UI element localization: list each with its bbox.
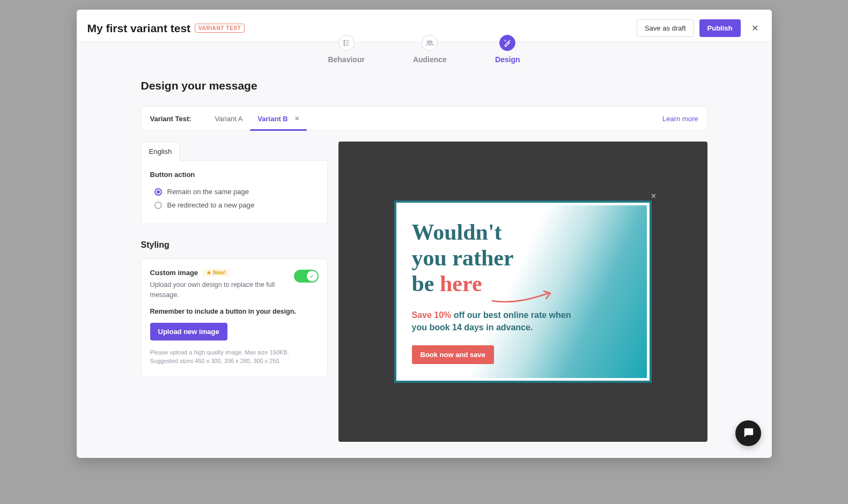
step-label: Audience (413, 55, 447, 64)
tab-variant-a[interactable]: Variant A (208, 107, 250, 130)
radio-remain-same-page[interactable]: Remain on the same page (150, 185, 319, 198)
headline-line: Wouldn't (412, 219, 562, 245)
close-icon: ✕ (751, 23, 758, 33)
remember-note: Remember to include a button in your des… (150, 308, 319, 315)
svg-point-0 (344, 40, 345, 41)
headline-text: be (412, 271, 440, 296)
help-line-2: Suggested sizes 450 x 300, 336 x 280, 30… (150, 357, 319, 366)
section-heading: Design your message (141, 79, 707, 92)
close-button[interactable]: ✕ (749, 23, 761, 34)
custom-image-panel: Custom image ★ New! Upload your own desi… (141, 258, 328, 377)
new-badge-text: New! (213, 270, 226, 276)
list-icon (338, 35, 355, 51)
panel-heading: Button action (150, 171, 319, 179)
preview-headline: Wouldn't you rather be here (412, 219, 562, 297)
save-as-draft-button[interactable]: Save as draft (637, 19, 694, 37)
preview-content: Wouldn't you rather be here (399, 205, 647, 378)
star-icon: ★ (207, 270, 211, 276)
toggle-knob: ✓ (307, 271, 318, 281)
svg-point-6 (427, 41, 430, 43)
title-area: My first variant test VARIANT TEST (87, 22, 245, 35)
custom-image-toggle[interactable]: ✓ (294, 270, 319, 283)
stepper: Behaviour Audience Design (328, 35, 520, 64)
topbar-actions: Save as draft Publish ✕ (637, 19, 761, 37)
radio-label: Remain on the same page (167, 188, 249, 196)
svg-point-7 (430, 41, 432, 43)
svg-point-4 (344, 45, 345, 46)
preview-cta-button[interactable]: Book now and save (412, 345, 494, 364)
button-action-panel: Button action Remain on the same page Be… (141, 160, 328, 224)
preview-close-button[interactable]: ✕ (650, 192, 658, 201)
step-label: Behaviour (328, 55, 364, 64)
headline-line: you rather (412, 245, 562, 271)
tab-variant-b[interactable]: Variant B ✕ (250, 107, 306, 130)
people-icon (422, 35, 438, 51)
tab-label: Variant A (215, 115, 243, 123)
chat-widget-button[interactable] (735, 420, 761, 446)
radio-icon (154, 202, 162, 209)
publish-button[interactable]: Publish (699, 19, 741, 37)
step-label: Design (495, 55, 520, 64)
design-icon (499, 35, 515, 51)
arrow-icon (490, 289, 555, 305)
radio-redirect-new-page[interactable]: Be redirected to a new page (150, 198, 319, 212)
tab-label: Variant B (257, 115, 287, 123)
close-tab-icon[interactable]: ✕ (294, 115, 299, 122)
headline-accent: here (440, 271, 482, 296)
new-badge: ★ New! (203, 269, 229, 277)
close-icon: ✕ (651, 192, 657, 200)
page-title: My first variant test (87, 22, 191, 35)
step-design[interactable]: Design (495, 35, 520, 64)
radio-label: Be redirected to a new page (167, 201, 255, 209)
styling-heading: Styling (141, 240, 328, 250)
content-area: English Button action Remain on the same… (141, 142, 707, 442)
svg-point-2 (344, 42, 345, 43)
radio-icon (154, 188, 162, 196)
settings-column: English Button action Remain on the same… (141, 142, 328, 442)
language-tab-english[interactable]: English (141, 142, 180, 161)
help-line-1: Please upload a high quality image. Max … (150, 348, 319, 357)
learn-more-link[interactable]: Learn more (662, 115, 698, 123)
body: Design your message Variant Test: Varian… (77, 42, 772, 458)
step-behaviour[interactable]: Behaviour (328, 35, 364, 64)
custom-image-title: Custom image (150, 269, 198, 277)
step-audience[interactable]: Audience (413, 35, 447, 64)
chat-icon (742, 426, 754, 440)
upload-new-image-button[interactable]: Upload new image (150, 323, 227, 340)
variant-tabs-bar: Variant Test: Variant A Variant B ✕ Lear… (141, 106, 707, 131)
variant-test-badge: VARIANT TEST (195, 24, 245, 33)
topbar: My first variant test VARIANT TEST Behav… (77, 10, 772, 42)
app-window: My first variant test VARIANT TEST Behav… (77, 10, 772, 458)
variant-test-label: Variant Test: (150, 115, 191, 123)
check-icon: ✓ (309, 273, 314, 280)
preview-frame: Wouldn't you rather be here (394, 201, 652, 383)
preview-panel: ✕ Wouldn't you rather be here (338, 142, 707, 442)
message-preview: ✕ Wouldn't you rather be here (394, 201, 652, 383)
preview-subtitle: Save 10% off our best online rate when y… (412, 309, 573, 333)
custom-image-description: Upload your own design to replace the fu… (150, 280, 286, 300)
help-text: Please upload a high quality image. Max … (150, 348, 319, 366)
subtitle-accent: Save 10% (412, 310, 452, 320)
